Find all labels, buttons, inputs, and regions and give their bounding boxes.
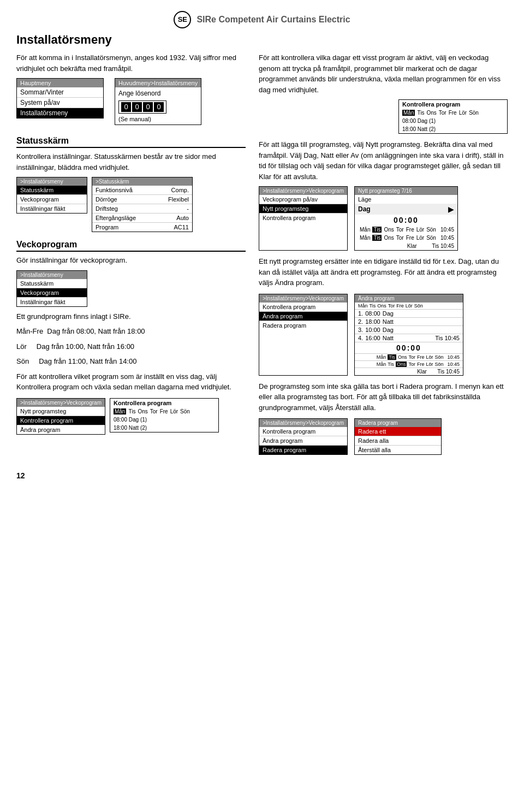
nytt-d1-time: 10:45 xyxy=(440,227,454,233)
andra-klar: Klar Tis 10:45 xyxy=(355,368,463,375)
intro-left-text: För att komma in i Installatörsmenyn, an… xyxy=(16,52,246,74)
radera-left-item-0: Kontrollera program xyxy=(259,427,347,436)
adr2-fre: Fre xyxy=(417,361,425,367)
nytt-d1-lor: Lör xyxy=(416,227,424,233)
page-number: 12 xyxy=(16,471,508,480)
ar4-num: 4. xyxy=(358,335,363,341)
andra-left-menu: >Installatörsmeny>Veckoprogram Kontrolle… xyxy=(259,294,348,376)
ar4-time: 16:00 xyxy=(365,335,380,341)
nytt-d2-time: 10:45 xyxy=(440,235,454,241)
adr1-lor: Lör xyxy=(426,354,433,360)
inst-code-header: Huvudmeny>Installatörsmeny xyxy=(115,79,201,87)
code-display: 0 0 0 0 xyxy=(118,100,166,114)
adr1-ons: Ons xyxy=(398,354,407,360)
vecko-right-item-1: Nytt programsteg xyxy=(259,204,347,214)
inst-menu-item-1: Veckoprogram xyxy=(17,195,87,204)
inst-code-content: Ange lösenord 0 0 0 0 (Se manual) xyxy=(115,87,201,125)
nytt-days-row1: Mån Tis Ons Tor Fre Lör Sön 10:45 xyxy=(355,226,457,234)
ar1-num: 1. xyxy=(358,310,363,317)
bottom-left-header: >Installatörsmeny>Veckoprogram xyxy=(17,399,105,407)
nytt-lage-label: Läge xyxy=(355,195,457,204)
adr1-son: Sön xyxy=(434,354,443,360)
radera-left-item-1: Ändra program xyxy=(259,436,347,446)
ar2-type: Natt xyxy=(383,318,394,325)
vecko-right-menu: >Installatörsmeny>Veckoprogram Veckoprog… xyxy=(259,186,348,251)
adr1-tis: Tis xyxy=(388,354,396,360)
bottom-kontrol-time2: 18:00 Natt (2) xyxy=(110,424,218,432)
adr2-time: 10:45 xyxy=(447,361,460,367)
kont-day-tor: Tor xyxy=(439,110,446,116)
kontrollera-header: Kontrollera program xyxy=(399,100,507,109)
kontrollera-time2: 18:00 Natt (2) xyxy=(399,125,507,133)
kontrollera-top-box: Kontrollera program Mån Tis Ons Tor Fre … xyxy=(398,99,508,134)
nytt-dag-label: Dag xyxy=(358,205,371,213)
bottom-left-item-2: Ändra program xyxy=(17,425,105,434)
nytt-d2-man: Mån xyxy=(360,235,370,241)
vecko-menu-item-1: Veckoprogram xyxy=(17,288,87,298)
inst-code-title: Ange lösenord xyxy=(118,90,198,97)
vecko-menu-item-2: Inställningar fläkt xyxy=(17,298,87,306)
ar3-time: 10:00 xyxy=(365,327,380,333)
kontroll-text: För att kontrollera vilket program som ä… xyxy=(16,371,246,393)
ah-lor: Lör xyxy=(406,303,413,309)
andra-row-3: 3. 10:00 Dag xyxy=(355,326,463,334)
kont-day-lor: Lör xyxy=(459,110,467,116)
code-cell-2: 0 xyxy=(132,102,142,112)
andra-expanded-box: Ändra program Mån Tis Ons Tor Fre Lör Sö… xyxy=(354,294,463,376)
andra-expanded-header: Ändra program xyxy=(355,294,463,303)
hauptmeny-item-inst: Installatörsmeny xyxy=(17,108,103,118)
schedule-monfre: Mån-Fre Dag från 08:00, Natt från 18:00 xyxy=(16,326,246,337)
andra-left-item-1: Ändra program xyxy=(259,312,347,321)
header-title: SIRe Competent Air Curtains Electric xyxy=(196,15,350,25)
nytt-d2-tor: Tor xyxy=(396,235,404,241)
kont-day-ons: Ons xyxy=(426,110,436,116)
andra-days-row2: Mån Tis Ons Tor Fre Lör Sön 10:45 xyxy=(355,361,463,368)
adr1-tor: Tor xyxy=(408,354,415,360)
code-cell-1: 0 xyxy=(121,102,131,112)
bottom-left-menu: >Installatörsmeny>Veckoprogram Nytt prog… xyxy=(16,398,105,435)
andra-row-2: 2. 18:00 Natt xyxy=(355,318,463,326)
nytt-prog-text2: Ett nytt programsteg ersätter inte en ti… xyxy=(259,256,508,288)
nytt-days-row2: Mån Tis Ons Tor Fre Lör Sön 10:45 xyxy=(355,234,457,242)
ar2-time: 18:00 xyxy=(365,318,380,325)
day-lor: Lör xyxy=(170,408,178,414)
status-driftsteg: Driftsteg - xyxy=(92,204,192,214)
adr2-ons: Ons xyxy=(396,361,407,367)
vecko-right-item-0: Veckoprogram på/av xyxy=(259,195,347,204)
radera-item-1: Radera alla xyxy=(355,436,441,446)
andra-row-1: 1. 08:00 Dag xyxy=(355,310,463,318)
hauptmeny-item-system: System på/av xyxy=(17,98,103,108)
vecko-menu-item-0: Statusskärm xyxy=(17,279,87,288)
vecko-inst-menu: >Installatörsmeny Statusskärm Veckoprogr… xyxy=(16,270,87,307)
grundprogram-text: Ett grundprogram finns inlagt i SIRe. xyxy=(16,311,246,322)
nytt-d1-man: Mån xyxy=(360,227,370,233)
ar3-num: 3. xyxy=(358,327,363,333)
schedule-son: Sön Dag från 11:00, Natt från 14:00 xyxy=(16,356,246,367)
status-eftergang: Eftergångsläge Auto xyxy=(92,214,192,223)
radera-text: De programsteg som inte ska gälla tas bo… xyxy=(259,381,508,413)
andra-left-item-2: Radera program xyxy=(259,321,347,330)
bottom-kontrol-time1: 08:00 Dag (1) xyxy=(110,416,218,424)
day-man: Mån xyxy=(114,408,126,414)
statusskarm-section-title: Statusskärm xyxy=(16,136,246,148)
nytt-d1-fre: Fre xyxy=(406,227,414,233)
adr1-fre: Fre xyxy=(417,354,425,360)
radera-left-item-2: Radera program xyxy=(259,446,347,454)
hauptmeny-box: Hauptmeny Sommar/Vinter System på/av Ins… xyxy=(16,78,104,118)
andra-left-item-0: Kontrollera program xyxy=(259,303,347,312)
andra-left-header: >Installatörsmeny>Veckoprogram xyxy=(259,294,347,303)
kont-day-tis: Tis xyxy=(417,110,424,116)
hauptmeny-header: Hauptmeny xyxy=(17,79,103,87)
vecko-right-header: >Installatörsmeny>Veckoprogram xyxy=(259,187,347,195)
ar2-num: 2. xyxy=(358,318,363,325)
adr2-man: Mån xyxy=(377,361,386,367)
inst-menu-item-2: Inställningar fläkt xyxy=(17,204,87,213)
bottom-kontrol-days: Mån Tis Ons Tor Fre Lör Sön xyxy=(110,407,218,416)
andra-row-4: 4. 16:00 Natt Tis 10:45 xyxy=(355,334,463,342)
andra-time-display: 00:00 xyxy=(355,342,463,354)
nytt-d1-tor: Tor xyxy=(396,227,404,233)
adr2-tor: Tor xyxy=(408,361,415,367)
bottom-left-item-0: Nytt programsteg xyxy=(17,407,105,416)
code-cell-4: 0 xyxy=(154,102,164,112)
intro-right-text: För att kontrollera vilka dagar ett viss… xyxy=(259,52,508,95)
